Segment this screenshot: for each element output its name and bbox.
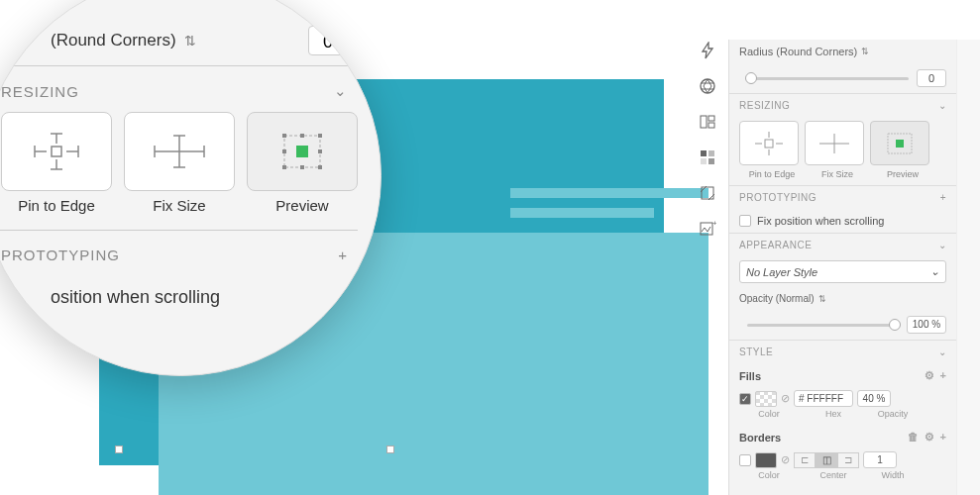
svg-rect-26 — [701, 116, 707, 128]
fix-size-label: Fix Size — [805, 169, 870, 179]
opacity-input[interactable]: 100 % — [907, 316, 946, 334]
pin-to-edge-button[interactable] — [1, 112, 112, 191]
svg-rect-19 — [318, 134, 322, 138]
border-width-input[interactable]: 1 — [863, 451, 897, 468]
hex-col-label: Hex — [799, 409, 868, 419]
svg-rect-24 — [318, 149, 322, 153]
stepper-icon[interactable]: ⇅ — [184, 33, 196, 49]
chevron-down-icon[interactable]: ⌄ — [938, 240, 947, 250]
fix-size-button[interactable] — [805, 121, 864, 165]
chevron-down-icon[interactable]: ⌄ — [938, 346, 947, 357]
style-title: STYLE — [739, 346, 773, 357]
gear-icon[interactable]: ⚙ — [925, 369, 934, 382]
border-width-label: Width — [868, 470, 918, 480]
svg-rect-18 — [300, 134, 304, 138]
fills-title: Fills — [739, 370, 761, 382]
border-color-label: Color — [739, 470, 799, 480]
fill-opacity-input[interactable]: 40 % — [857, 390, 891, 407]
border-position-toggle[interactable]: ⊏ ◫ ⊐ — [794, 452, 859, 468]
borders-title: Borders — [739, 432, 781, 444]
chevron-down-icon: ⌄ — [930, 265, 939, 278]
opacity-label: Opacity (Normal) — [739, 293, 815, 304]
plus-icon[interactable]: + — [940, 192, 946, 203]
layout-icon[interactable] — [697, 111, 718, 133]
border-inside[interactable]: ⊏ — [794, 452, 816, 468]
fill-enable-checkbox[interactable]: ✓ — [739, 393, 751, 405]
prototyping-title: PROTOTYPING — [1, 247, 120, 263]
color-col-label: Color — [739, 409, 799, 419]
pin-to-edge-label: Pin to Edge — [18, 197, 95, 214]
radius-slider[interactable] — [747, 77, 909, 80]
preview-button[interactable] — [247, 112, 358, 191]
preview-button[interactable] — [870, 121, 929, 165]
svg-rect-30 — [708, 150, 714, 156]
preview-label: Preview — [275, 197, 328, 214]
resize-handle[interactable] — [386, 446, 394, 453]
trash-icon[interactable]: 🗑 — [908, 431, 919, 444]
fix-size-button[interactable] — [124, 112, 235, 191]
fix-position-label: osition when scrolling — [0, 279, 358, 328]
fix-position-label: Fix position when scrolling — [757, 215, 884, 227]
appearance-title: APPEARANCE — [739, 240, 812, 250]
resize-handle[interactable] — [115, 446, 123, 453]
radius-label: Radius (Round Corners) — [739, 46, 857, 57]
svg-rect-16 — [296, 146, 308, 157]
opacity-col-label: Opacity — [868, 409, 918, 419]
stepper-icon[interactable]: ⇅ — [861, 47, 869, 56]
svg-rect-21 — [300, 165, 304, 169]
image-add-icon[interactable]: + — [697, 218, 718, 240]
opacity-slider[interactable] — [747, 324, 899, 327]
scrollbar[interactable] — [956, 40, 980, 495]
aperture-icon[interactable] — [697, 75, 718, 97]
fix-size-label: Fix Size — [153, 197, 205, 214]
resizing-title: RESIZING — [1, 83, 79, 100]
svg-rect-17 — [282, 134, 286, 138]
inspector-panel: Radius (Round Corners) ⇅ 0 RESIZING ⌄ Pi… — [728, 40, 956, 495]
transform-icon[interactable] — [697, 182, 718, 204]
svg-rect-40 — [765, 140, 773, 148]
layer-style-value: No Layer Style — [746, 266, 817, 278]
svg-rect-32 — [708, 158, 714, 164]
border-center[interactable]: ◫ — [816, 452, 837, 468]
chevron-down-icon[interactable]: ⌄ — [938, 100, 947, 111]
border-swatch[interactable] — [755, 452, 777, 468]
link-icon[interactable]: ⊘ — [781, 453, 790, 466]
fix-position-checkbox[interactable] — [739, 215, 751, 227]
hex-input[interactable]: # FFFFFF — [794, 390, 853, 407]
prototyping-title: PROTOTYPING — [739, 192, 817, 203]
plus-icon[interactable]: + — [940, 369, 946, 382]
plus-icon[interactable]: + — [940, 431, 946, 444]
border-center-label: Center — [799, 470, 868, 480]
fill-swatch[interactable] — [755, 391, 777, 407]
svg-rect-44 — [896, 140, 904, 148]
svg-rect-20 — [282, 165, 286, 169]
plus-icon[interactable]: + — [338, 247, 348, 263]
svg-rect-34 — [701, 223, 712, 235]
svg-rect-29 — [701, 150, 707, 156]
svg-rect-22 — [318, 165, 322, 169]
palette-icon[interactable] — [697, 147, 718, 168]
pin-to-edge-label: Pin to Edge — [739, 169, 805, 179]
svg-rect-23 — [282, 149, 286, 153]
svg-rect-31 — [701, 158, 707, 164]
decoration-bar — [510, 188, 708, 198]
gear-icon[interactable]: ⚙ — [925, 431, 934, 444]
lightning-icon[interactable] — [697, 40, 718, 61]
stepper-icon[interactable]: ⇅ — [818, 294, 826, 304]
link-icon[interactable]: ⊘ — [781, 392, 790, 405]
svg-rect-8 — [52, 147, 61, 156]
chevron-down-icon[interactable]: ⌄ — [334, 82, 348, 100]
radius-input[interactable]: 0 — [917, 69, 946, 87]
slider-thumb[interactable] — [745, 72, 757, 84]
decoration-bar — [510, 208, 654, 218]
tool-strip: + — [691, 40, 724, 240]
border-outside[interactable]: ⊐ — [837, 452, 859, 468]
svg-rect-27 — [708, 116, 714, 121]
pin-to-edge-button[interactable] — [739, 121, 799, 165]
svg-text:+: + — [712, 220, 716, 228]
svg-rect-28 — [708, 123, 714, 128]
slider-thumb[interactable] — [889, 319, 901, 331]
svg-point-25 — [701, 79, 714, 93]
border-enable-checkbox[interactable] — [739, 454, 751, 466]
layer-style-dropdown[interactable]: No Layer Style ⌄ — [739, 260, 946, 283]
